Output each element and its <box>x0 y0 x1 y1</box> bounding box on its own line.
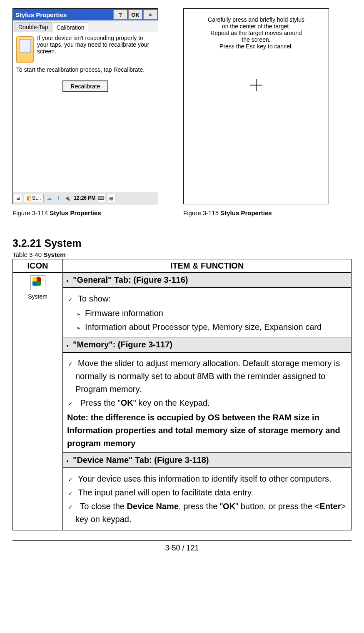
table-caption-title: System <box>43 251 65 258</box>
ok-button[interactable]: OK <box>128 10 142 20</box>
screenshot-calibration-target: Carefully press and briefly hold stylus … <box>183 8 329 204</box>
general-tab-header: "General" Tab: (Figure 3-116) <box>63 273 351 288</box>
calibration-text-1: If your device isn't responding properly… <box>37 35 155 63</box>
general-toshow: To show: <box>75 292 347 305</box>
help-button[interactable]: ? <box>113 10 127 20</box>
calibration-target-icon[interactable] <box>250 79 262 91</box>
tab-strip: Double-Tap Calibration <box>13 20 158 32</box>
window-title: Stylus Properties <box>15 11 113 18</box>
memory-note: Note: the difference is occupied by OS b… <box>67 411 347 450</box>
devicename-tab-body: Your device uses this information to ide… <box>63 468 351 530</box>
memory-tab-body: Move the slider to adjust memory allocat… <box>63 353 351 453</box>
recalibrate-button[interactable]: Recalibrate <box>62 80 109 92</box>
table-caption-number: Table 3-40 <box>12 251 43 258</box>
window-titlebar: Stylus Properties ? OK × <box>13 9 158 20</box>
screenshots-row: Stylus Properties ? OK × Double-Tap Cali… <box>12 8 352 216</box>
network-icon[interactable]: ☁ <box>45 194 53 202</box>
calib-line-1: Carefully press and briefly hold stylus <box>208 16 304 23</box>
figure-1-caption: Figure 3-114 Stylus Properties <box>12 209 158 216</box>
general-processor: Information about Processor type, Memory… <box>85 321 347 334</box>
calibration-text-2: To start the recalibration process, tap … <box>16 66 155 73</box>
calib-line-4: the screen. <box>242 36 270 43</box>
pda-icon <box>16 36 34 63</box>
figure-1-title: Stylus Properties <box>50 209 101 216</box>
tab-content: If your device isn't responding properly… <box>13 32 158 192</box>
col-header-icon: ICON <box>13 259 63 273</box>
taskbar-app-label: St... <box>32 195 41 201</box>
general-firmware: Firmware information <box>85 307 347 320</box>
section-heading: 3.2.21 System <box>12 237 352 249</box>
memory-ok: Press the "OK" key on the Keypad. <box>75 397 347 409</box>
start-icon[interactable]: ⊞ <box>14 194 22 202</box>
taskbar-app[interactable]: ◧ St... <box>24 194 44 202</box>
screenshot-1-wrap: Stylus Properties ? OK × Double-Tap Cali… <box>12 8 158 216</box>
figure-2-title: Stylus Properties <box>220 209 272 216</box>
taskbar: ⊞ ◧ St... ☁ ᚼ 🔌 12:26 PM ⌨ ▤ <box>13 192 158 204</box>
tab-calibration[interactable]: Calibration <box>53 23 88 32</box>
devicename-inputpanel: The input panel will open to facilitate … <box>75 486 347 499</box>
devicename-identify: Your device uses this information to ide… <box>75 472 347 485</box>
sip-icon[interactable]: ⌨ <box>97 194 105 202</box>
system-table: ICON ITEM & FUNCTION System "General" Ta… <box>12 259 352 530</box>
calib-line-5: Press the Esc key to cancel. <box>219 43 293 50</box>
page-footer: 3-50 / 121 <box>12 540 352 553</box>
calib-line-3: Repeat as the target moves around <box>210 30 302 36</box>
memory-tab-header: "Memory": (Figure 3-117) <box>63 337 351 352</box>
system-icon <box>30 275 45 290</box>
col-header-item-function: ITEM & FUNCTION <box>63 259 352 273</box>
taskbar-clock: 12:26 PM <box>74 195 95 201</box>
close-button[interactable]: × <box>143 10 157 20</box>
system-icon-cell: System <box>13 273 63 530</box>
devicename-close: To close the Device Name, press the "OK"… <box>75 500 347 526</box>
bluetooth-icon[interactable]: ᚼ <box>55 194 62 202</box>
figure-1-number: Figure 3-114 <box>12 209 50 216</box>
figure-2-caption: Figure 3-115 Stylus Properties <box>183 209 329 216</box>
connection-icon[interactable]: 🔌 <box>64 194 71 202</box>
screenshot-stylus-properties: Stylus Properties ? OK × Double-Tap Cali… <box>12 8 158 204</box>
desktop-icon[interactable]: ▤ <box>107 194 115 202</box>
memory-slider: Move the slider to adjust memory allocat… <box>75 357 347 396</box>
devicename-tab-header: "Device Name" Tab: (Figure 3-118) <box>63 453 351 468</box>
screenshot-2-wrap: Carefully press and briefly hold stylus … <box>183 8 329 216</box>
figure-2-number: Figure 3-115 <box>183 209 220 216</box>
general-tab-body: To show: Firmware information Informatio… <box>63 288 351 337</box>
system-icon-label: System <box>13 293 62 300</box>
tab-double-tap[interactable]: Double-Tap <box>15 22 52 32</box>
calib-line-2: on the center of the target. <box>222 23 290 30</box>
table-caption: Table 3-40 System <box>12 251 352 258</box>
